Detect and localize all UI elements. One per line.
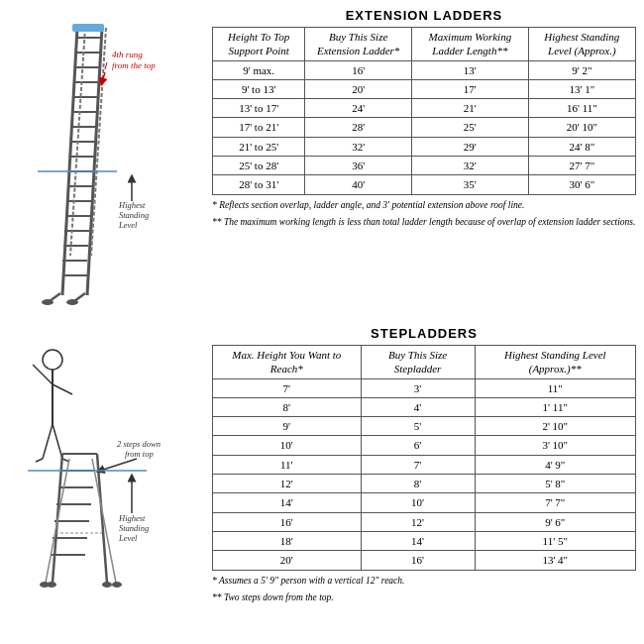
step-cell-7-2: 9' 6"	[475, 512, 635, 531]
step-title: STEPLADDERS	[212, 326, 636, 341]
step-cell-9-2: 13' 4"	[475, 551, 635, 570]
ext-cell-5-2: 32'	[412, 157, 529, 175]
step-cell-1-1: 4'	[361, 397, 475, 416]
ext-cell-4-1: 32'	[305, 137, 412, 156]
step-cell-0-2: 11"	[475, 378, 635, 397]
step-table-row: 10'6'3' 10"	[213, 436, 636, 455]
svg-line-44	[97, 454, 107, 583]
ext-cell-3-2: 25'	[412, 118, 529, 137]
step-cell-5-2: 5' 8"	[475, 475, 635, 493]
svg-point-24	[42, 299, 54, 305]
step-footnote2: ** Two steps down from the top.	[212, 591, 636, 604]
ext-cell-2-1: 24'	[305, 99, 412, 118]
ext-cell-2-2: 21'	[412, 99, 529, 118]
step-footnote1: * Assumes a 5' 9" person with a vertical…	[212, 575, 636, 588]
ext-section: EXTENSION LADDERS Height To Top Support …	[212, 8, 636, 318]
ext-col-3-header: Maximum Working Ladder Length**	[412, 28, 529, 61]
step-table-row: 14'10'7' 7"	[213, 493, 636, 512]
ext-table-row: 9' to 13'20'17'13' 1"	[213, 79, 636, 98]
ext-table-header-row: Height To Top Support Point Buy This Siz…	[213, 28, 636, 61]
step-cell-1-0: 8'	[213, 397, 362, 416]
step-table-row: 9'5'2' 10"	[213, 417, 636, 436]
ext-cell-0-3: 9' 2"	[528, 60, 635, 79]
svg-text:Standing: Standing	[119, 523, 149, 533]
ext-cell-5-3: 27' 7"	[528, 157, 635, 175]
step-cell-3-1: 6'	[361, 436, 475, 455]
svg-point-58	[112, 582, 122, 588]
svg-text:Highest: Highest	[118, 200, 146, 210]
step-cell-5-0: 12'	[213, 475, 362, 493]
ext-cell-1-1: 20'	[305, 79, 412, 98]
ext-footnote2: ** The maximum working length is less th…	[212, 216, 636, 229]
ext-cell-3-1: 28'	[305, 118, 412, 137]
ext-cell-0-0: 9' max.	[213, 60, 305, 79]
svg-point-56	[102, 582, 112, 588]
ext-ladder-illustration: 4th rung from the top Highest Standing L…	[8, 18, 186, 305]
step-cell-8-0: 18'	[213, 531, 362, 550]
step-cell-0-0: 7'	[213, 378, 362, 397]
left-column: 4th rung from the top Highest Standing L…	[8, 8, 206, 636]
ext-table-row: 9' max.16'13'9' 2"	[213, 60, 636, 79]
ext-table-row: 21' to 25'32'29'24' 8"	[213, 137, 636, 156]
step-cell-2-1: 5'	[361, 417, 475, 436]
svg-rect-21	[72, 24, 104, 32]
step-cell-1-2: 1' 11"	[475, 397, 635, 416]
svg-text:Level: Level	[118, 533, 138, 543]
svg-line-59	[100, 459, 137, 471]
step-cell-3-0: 10'	[213, 436, 362, 455]
ext-cell-2-3: 16' 11"	[528, 99, 635, 118]
svg-line-40	[53, 424, 62, 459]
step-table-row: 16'12'9' 6"	[213, 512, 636, 531]
step-footnote1-text: * Assumes a 5' 9" person with a vertical…	[212, 576, 404, 586]
ext-title: EXTENSION LADDERS	[212, 8, 636, 23]
step-table-row: 8'4'1' 11"	[213, 397, 636, 416]
step-cell-8-1: 14'	[361, 531, 475, 550]
ext-cell-6-2: 35'	[412, 175, 529, 194]
step-cell-2-0: 9'	[213, 417, 362, 436]
ext-cell-1-3: 13' 1"	[528, 79, 635, 98]
ext-col-2-header: Buy This Size Extension Ladder*	[305, 28, 412, 61]
ext-col-4-header: Highest Standing Level (Approx.)	[528, 28, 635, 61]
ext-cell-6-1: 40'	[305, 175, 412, 194]
ext-cell-0-1: 16'	[305, 60, 412, 79]
step-table: Max. Height You Want to Reach* Buy This …	[212, 345, 636, 571]
step-section: STEPLADDERS Max. Height You Want to Reac…	[212, 326, 636, 636]
step-cell-7-1: 12'	[361, 512, 475, 531]
step-footnote2-text: ** Two steps down from the top.	[212, 592, 334, 602]
step-ladder-illustration: 2 steps down from top Highest Standing L…	[8, 315, 186, 602]
svg-text:Standing: Standing	[119, 210, 149, 220]
svg-line-53	[92, 459, 116, 583]
svg-line-29	[105, 62, 107, 69]
ext-cell-2-0: 13' to 17'	[213, 99, 305, 118]
step-col-1-header: Max. Height You Want to Reach*	[213, 346, 362, 379]
step-table-row: 12'8'5' 8"	[213, 475, 636, 493]
step-cell-5-1: 8'	[361, 475, 475, 493]
svg-text:Level: Level	[118, 220, 138, 230]
step-cell-6-1: 10'	[361, 493, 475, 512]
ext-col-1-header: Height To Top Support Point	[213, 28, 305, 61]
svg-text:4th rung: 4th rung	[112, 50, 143, 59]
ext-cell-5-1: 36'	[305, 157, 412, 175]
step-cell-2-2: 2' 10"	[475, 417, 635, 436]
ext-footnote2-text: ** The maximum working length is less th…	[212, 217, 635, 227]
ext-table-body: 9' max.16'13'9' 2"9' to 13'20'17'13' 1"1…	[213, 60, 636, 194]
ext-cell-1-2: 17'	[412, 79, 529, 98]
ext-cell-4-0: 21' to 25'	[213, 137, 305, 156]
step-table-header-row: Max. Height You Want to Reach* Buy This …	[213, 346, 636, 379]
right-column: EXTENSION LADDERS Height To Top Support …	[212, 8, 636, 636]
ext-cell-6-0: 28' to 31'	[213, 175, 305, 194]
step-cell-8-2: 11' 5"	[475, 531, 635, 550]
step-table-row: 11'7'4' 9"	[213, 455, 636, 474]
step-cell-6-2: 7' 7"	[475, 493, 635, 512]
step-cell-9-1: 16'	[361, 551, 475, 570]
ext-table-row: 13' to 17'24'21'16' 11"	[213, 99, 636, 118]
ext-cell-3-3: 20' 10"	[528, 118, 635, 137]
step-cell-0-1: 3'	[361, 378, 475, 397]
page: 4th rung from the top Highest Standing L…	[0, 0, 644, 644]
svg-line-37	[33, 365, 53, 384]
step-table-body: 7'3'11"8'4'1' 11"9'5'2' 10"10'6'3' 10"11…	[213, 378, 636, 570]
ext-cell-5-0: 25' to 28'	[213, 157, 305, 175]
ext-cell-1-0: 9' to 13'	[213, 79, 305, 98]
step-col-2-header: Buy This Size Stepladder	[361, 346, 475, 379]
svg-point-25	[66, 299, 78, 305]
